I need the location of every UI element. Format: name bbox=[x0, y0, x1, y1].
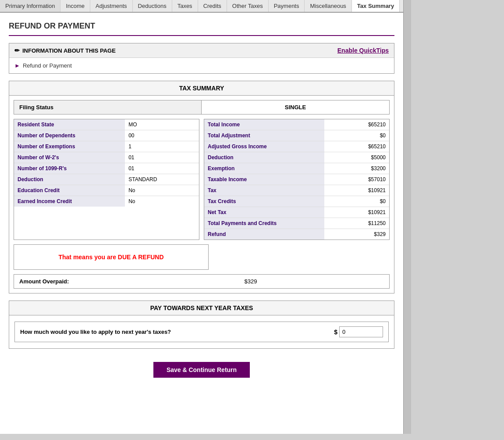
info-box-header-text: INFORMATION ABOUT THIS PAGE bbox=[22, 47, 116, 54]
table-row: Total Income $65210 bbox=[204, 119, 389, 130]
num-w2s-value: 01 bbox=[125, 152, 199, 163]
nav-item-taxes[interactable]: Taxes bbox=[172, 0, 198, 12]
nav-item-payments[interactable]: Payments bbox=[269, 0, 305, 12]
refund-value: $329 bbox=[324, 229, 389, 240]
num-exemptions-label: Number of Exemptions bbox=[14, 141, 125, 152]
arrow-icon: ► bbox=[14, 62, 20, 69]
amount-overpaid-label: Amount Overpaid: bbox=[14, 275, 239, 288]
nav-item-primary-information[interactable]: Primary Information bbox=[0, 0, 60, 12]
pay-question: How much would you like to apply to next… bbox=[20, 329, 334, 335]
table-row: Adjusted Gross Income $65210 bbox=[204, 141, 389, 152]
earned-income-credit-label: Earned Income Credit bbox=[14, 196, 125, 207]
table-row: Number of Exemptions 1 bbox=[14, 141, 199, 152]
table-row: Taxable Income $57010 bbox=[204, 174, 389, 185]
table-row: Deduction $5000 bbox=[204, 152, 389, 163]
refund-label: Refund bbox=[204, 229, 324, 240]
amount-overpaid-value: $329 bbox=[239, 275, 389, 288]
table-row: Total Adjustment $0 bbox=[204, 130, 389, 141]
pay-input-wrapper: $ bbox=[334, 326, 383, 337]
total-income-value: $65210 bbox=[324, 119, 389, 130]
table-row: Refund $329 bbox=[204, 229, 389, 240]
net-tax-value: $10921 bbox=[324, 207, 389, 218]
table-row: Tax Credits $0 bbox=[204, 196, 389, 207]
education-credit-label: Education Credit bbox=[14, 185, 125, 196]
nav-item-other-taxes[interactable]: Other Taxes bbox=[227, 0, 269, 12]
save-continue-button[interactable]: Save & Continue Return bbox=[153, 362, 250, 378]
nav-item-income[interactable]: Income bbox=[60, 0, 90, 12]
nav-item-adjustments[interactable]: Adjustments bbox=[90, 0, 133, 12]
save-button-row: Save & Continue Return bbox=[9, 358, 394, 382]
filing-status-value: SINGLE bbox=[202, 100, 389, 114]
table-row: Deduction STANDARD bbox=[14, 174, 199, 185]
right-continuation bbox=[213, 244, 390, 270]
exemption-label: Exemption bbox=[204, 163, 324, 174]
amount-overpaid-row: Amount Overpaid: $329 bbox=[14, 274, 390, 289]
info-box: ✏ INFORMATION ABOUT THIS PAGE Enable Qui… bbox=[9, 43, 394, 74]
table-row: Number of 1099-R's 01 bbox=[14, 163, 199, 174]
filing-status-label: Filing Status bbox=[14, 100, 202, 114]
summary-grid: Resident State MO Number of Dependents 0… bbox=[14, 119, 390, 240]
num-dependents-value: 00 bbox=[125, 130, 199, 141]
table-row: Total Payments and Credits $11250 bbox=[204, 218, 389, 229]
left-column: Resident State MO Number of Dependents 0… bbox=[14, 119, 199, 240]
total-income-label: Total Income bbox=[204, 119, 324, 130]
nav-item-deductions[interactable]: Deductions bbox=[133, 0, 172, 12]
table-row: Tax $10921 bbox=[204, 185, 389, 196]
table-row: Net Tax $10921 bbox=[204, 207, 389, 218]
tax-summary-header: TAX SUMMARY bbox=[9, 81, 394, 96]
table-row: Education Credit No bbox=[14, 185, 199, 196]
nav-item-miscellaneous[interactable]: Miscellaneous bbox=[305, 0, 351, 12]
num-1099rs-value: 01 bbox=[125, 163, 199, 174]
deduction-label: Deduction bbox=[14, 174, 125, 185]
top-navigation: Primary InformationIncomeAdjustmentsDedu… bbox=[0, 0, 403, 13]
filing-status-row: Filing Status SINGLE bbox=[14, 100, 390, 114]
deduction-right-value: $5000 bbox=[324, 152, 389, 163]
num-1099rs-label: Number of 1099-R's bbox=[14, 163, 125, 174]
total-adjustment-value: $0 bbox=[324, 130, 389, 141]
tax-credits-label: Tax Credits bbox=[204, 196, 324, 207]
pay-row: How much would you like to apply to next… bbox=[14, 322, 389, 342]
earned-income-credit-value: No bbox=[125, 196, 199, 207]
resident-state-value: MO bbox=[125, 119, 199, 130]
pay-section: PAY TOWARDS NEXT YEAR TAXES How much wou… bbox=[9, 300, 394, 349]
taxable-income-label: Taxable Income bbox=[204, 174, 324, 185]
net-tax-label: Net Tax bbox=[204, 207, 324, 218]
right-column: Total Income $65210 Total Adjustment $0 … bbox=[204, 119, 390, 240]
adjusted-gross-income-label: Adjusted Gross Income bbox=[204, 141, 324, 152]
table-row: Resident State MO bbox=[14, 119, 199, 130]
exemption-value: $3200 bbox=[324, 163, 389, 174]
dollar-sign: $ bbox=[334, 329, 337, 336]
table-row: Number of W-2's 01 bbox=[14, 152, 199, 163]
enable-quicktips-link[interactable]: Enable QuickTips bbox=[337, 47, 389, 54]
table-row: Exemption $3200 bbox=[204, 163, 389, 174]
total-payments-label: Total Payments and Credits bbox=[204, 218, 324, 229]
nav-item-credits[interactable]: Credits bbox=[198, 0, 227, 12]
num-dependents-label: Number of Dependents bbox=[14, 130, 125, 141]
total-adjustment-label: Total Adjustment bbox=[204, 130, 324, 141]
tax-credits-value: $0 bbox=[324, 196, 389, 207]
resident-state-label: Resident State bbox=[14, 119, 125, 130]
table-row: Number of Dependents 00 bbox=[14, 130, 199, 141]
bottom-row: That means you are DUE A REFUND bbox=[14, 244, 390, 270]
tax-summary-section: TAX SUMMARY Filing Status SINGLE Residen… bbox=[9, 81, 394, 293]
tax-label: Tax bbox=[204, 185, 324, 196]
tax-value: $10921 bbox=[324, 185, 389, 196]
nav-item-tax-summary[interactable]: Tax Summary bbox=[352, 0, 400, 12]
refund-message: That means you are DUE A REFUND bbox=[58, 254, 163, 261]
taxable-income-value: $57010 bbox=[324, 174, 389, 185]
num-exemptions-value: 1 bbox=[125, 141, 199, 152]
page-title: REFUND OR PAYMENT bbox=[9, 21, 394, 31]
education-credit-value: No bbox=[125, 185, 199, 196]
refund-payment-link[interactable]: Refund or Payment bbox=[23, 62, 72, 69]
num-w2s-label: Number of W-2's bbox=[14, 152, 125, 163]
adjusted-gross-income-value: $65210 bbox=[324, 141, 389, 152]
total-payments-value: $11250 bbox=[324, 218, 389, 229]
refund-message-box: That means you are DUE A REFUND bbox=[14, 244, 209, 270]
scrollbar[interactable] bbox=[403, 0, 411, 434]
deduction-right-label: Deduction bbox=[204, 152, 324, 163]
table-row: Earned Income Credit No bbox=[14, 196, 199, 207]
pay-input[interactable] bbox=[339, 326, 383, 337]
pay-section-header: PAY TOWARDS NEXT YEAR TAXES bbox=[9, 301, 394, 315]
deduction-value: STANDARD bbox=[125, 174, 199, 185]
pencil-icon: ✏ bbox=[14, 47, 20, 54]
